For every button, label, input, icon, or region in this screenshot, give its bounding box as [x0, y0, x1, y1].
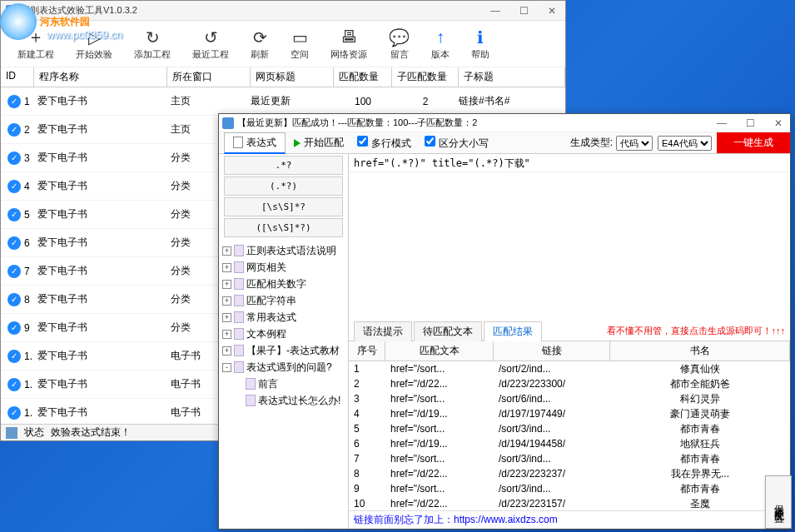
window-controls: — ☐ ✕: [487, 5, 560, 17]
expression-text[interactable]: href="(.*?)" title="(.*?)下载": [349, 154, 790, 172]
tree-doc-icon: [234, 278, 244, 290]
tree-item[interactable]: +常用表达式: [222, 309, 345, 326]
result-row[interactable]: 4href="/d/19.../d/197/197449/豪门通灵萌妻: [349, 406, 790, 421]
toolbar-version[interactable]: ↑版本: [423, 26, 458, 62]
result-row[interactable]: 9href="/sort.../sort/3/ind...都市青春: [349, 481, 790, 496]
regex-snippet-button[interactable]: .*?: [224, 156, 343, 175]
toolbar-message[interactable]: 💬留言: [380, 26, 418, 62]
gen-type-select-2[interactable]: E4A代码: [658, 136, 712, 151]
sub-close-button[interactable]: ✕: [770, 117, 787, 129]
result-row[interactable]: 2href="/d/22.../d/223/223300/都市全能奶爸: [349, 376, 790, 391]
tree-doc-icon: [234, 311, 244, 323]
main-toolbar: ＋新建工程▷开始效验↻添加工程↺最近工程⟳刷新▭空间🖶网络资源💬留言↑版本ℹ帮助: [1, 21, 565, 67]
save-config-button[interactable]: 保存本次配置: [765, 475, 792, 529]
tree-expand-icon[interactable]: +: [222, 263, 231, 272]
tree-expand-icon[interactable]: +: [222, 246, 231, 256]
maximize-button[interactable]: ☐: [515, 5, 532, 17]
gen-type-select-1[interactable]: 代码: [616, 136, 653, 151]
check-icon: ✓: [7, 265, 21, 278]
result-row[interactable]: 1href="/sort.../sort/2/ind...修真仙侠: [349, 361, 790, 376]
minimize-button[interactable]: —: [487, 5, 504, 17]
case-checkbox[interactable]: 区分大小写: [411, 136, 489, 151]
multiline-checkbox[interactable]: 多行模式: [344, 136, 411, 151]
toolbar-new-project[interactable]: ＋新建工程: [9, 26, 62, 62]
doc-icon: [233, 137, 243, 148]
status-text: 效验表达式结束！: [51, 425, 131, 440]
result-tabs: 语法提示 待匹配文本 匹配结果 看不懂不用管，直接点击生成源码即可！↑↑↑: [349, 321, 790, 341]
left-pane: .*?(.*?)[\s\S]*?([\s\S]*?) +正则表达式语法说明+网页…: [219, 154, 349, 529]
regex-snippet-button[interactable]: (.*?): [224, 177, 343, 196]
sub-minimize-button[interactable]: —: [713, 117, 730, 129]
generate-button[interactable]: 一键生成: [717, 132, 790, 153]
tree-expand-icon[interactable]: +: [222, 330, 231, 339]
result-row[interactable]: 7href="/sort.../sort/3/ind...都市青春: [349, 451, 790, 466]
sub-maximize-button[interactable]: ☐: [742, 117, 758, 129]
tree-item[interactable]: +匹配字符串: [222, 292, 345, 309]
toolbar-add-project[interactable]: ↻添加工程: [126, 26, 179, 62]
tree-item[interactable]: +网页相关: [222, 259, 345, 276]
toolbar-recent[interactable]: ↺最近工程: [184, 26, 237, 62]
rcol-text[interactable]: 匹配文本: [385, 341, 494, 360]
sub-app-icon: [222, 117, 234, 129]
toolbar-net-res[interactable]: 🖶网络资源: [322, 26, 375, 62]
sub-toolbar: 表达式 开始匹配 多行模式 区分大小写 生成类型: 代码 E4A代码 一键生成: [219, 132, 790, 154]
recent-icon: ↺: [204, 27, 218, 47]
result-row[interactable]: 10href="/d/22.../d/223/223157/圣魔: [349, 496, 790, 510]
tab-syntax[interactable]: 语法提示: [354, 321, 412, 341]
table-row[interactable]: ✓1 爱下电子书 主页 最近更新 100 2 链接#书名#: [1, 87, 565, 116]
tree-doc-icon: [246, 395, 256, 406]
tree-item[interactable]: -表达式遇到的问题?: [222, 359, 345, 375]
tab-result[interactable]: 匹配结果: [484, 321, 542, 342]
col-subtitle[interactable]: 子标题: [459, 67, 565, 87]
check-icon: ✓: [7, 406, 21, 420]
status-icon: [6, 427, 17, 439]
toolbar-space[interactable]: ▭空间: [282, 26, 317, 62]
col-id[interactable]: ID: [1, 67, 34, 87]
tree-expand-icon[interactable]: +: [222, 313, 231, 322]
start-match-button[interactable]: 开始匹配: [294, 136, 344, 150]
col-count[interactable]: 匹配数量: [334, 67, 392, 87]
tree-child-item[interactable]: 表达式过长怎么办!: [222, 392, 345, 409]
sub-titlebar: 【最近更新】匹配成功！---匹配数量：100---子匹配数量：2 — ☐ ✕: [219, 114, 790, 132]
result-row[interactable]: 3href="/sort.../sort/6/ind...科幻灵异: [349, 391, 790, 406]
new-project-icon: ＋: [27, 27, 44, 47]
result-row[interactable]: 6href="/d/19.../d/194/194458/地狱狂兵: [349, 436, 790, 451]
tree-doc-icon: [234, 345, 244, 356]
tree-expand-icon[interactable]: +: [222, 296, 231, 306]
start-verify-icon: ▷: [88, 27, 101, 47]
toolbar-help[interactable]: ℹ帮助: [463, 26, 498, 62]
rcol-link[interactable]: 链接: [494, 341, 610, 360]
bottom-hint: 链接前面别忘了加上：https://www.aixdzs.com: [349, 510, 790, 529]
regex-snippet-button[interactable]: [\s\S]*?: [224, 197, 343, 216]
tree-doc-icon: [234, 361, 244, 373]
result-row[interactable]: 8href="/d/22.../d/223/223237/我在异界无...: [349, 466, 790, 481]
rcol-no[interactable]: 序号: [349, 341, 385, 360]
check-icon: ✓: [7, 321, 21, 335]
tab-pending[interactable]: 待匹配文本: [414, 321, 482, 341]
tree-expand-icon[interactable]: +: [222, 346, 231, 355]
check-icon: ✓: [7, 293, 21, 306]
regex-snippet-button[interactable]: ([\s\S]*?): [224, 218, 343, 237]
tree-item[interactable]: +文本例程: [222, 326, 345, 342]
check-icon: ✓: [7, 378, 21, 391]
grid-header: ID 程序名称 所在窗口 网页标题 匹配数量 子匹配数量 子标题: [1, 67, 565, 87]
tree-item[interactable]: +正则表达式语法说明: [222, 242, 345, 259]
tree-expand-icon[interactable]: -: [222, 363, 231, 372]
tree-item[interactable]: +【果子】-表达式教材: [222, 342, 345, 359]
tree-child-item[interactable]: 前言: [222, 375, 345, 392]
col-subcount[interactable]: 子匹配数量: [392, 67, 459, 87]
toolbar-start-verify[interactable]: ▷开始效验: [67, 26, 121, 62]
close-button[interactable]: ✕: [544, 5, 560, 17]
tree-expand-icon[interactable]: +: [222, 280, 231, 289]
col-window[interactable]: 所在窗口: [167, 67, 251, 87]
col-title[interactable]: 网页标题: [251, 67, 334, 87]
expression-tab[interactable]: 表达式: [224, 132, 286, 154]
check-icon: ✓: [7, 350, 21, 363]
col-name[interactable]: 程序名称: [34, 67, 167, 87]
status-label: 状态: [24, 425, 44, 440]
result-rows: 1href="/sort.../sort/2/ind...修真仙侠2href="…: [349, 361, 790, 510]
result-row[interactable]: 5href="/sort.../sort/3/ind...都市青春: [349, 421, 790, 436]
tree-item[interactable]: +匹配相关数字: [222, 276, 345, 292]
toolbar-refresh[interactable]: ⟳刷新: [242, 26, 277, 62]
rcol-bookname[interactable]: 书名: [610, 341, 790, 360]
